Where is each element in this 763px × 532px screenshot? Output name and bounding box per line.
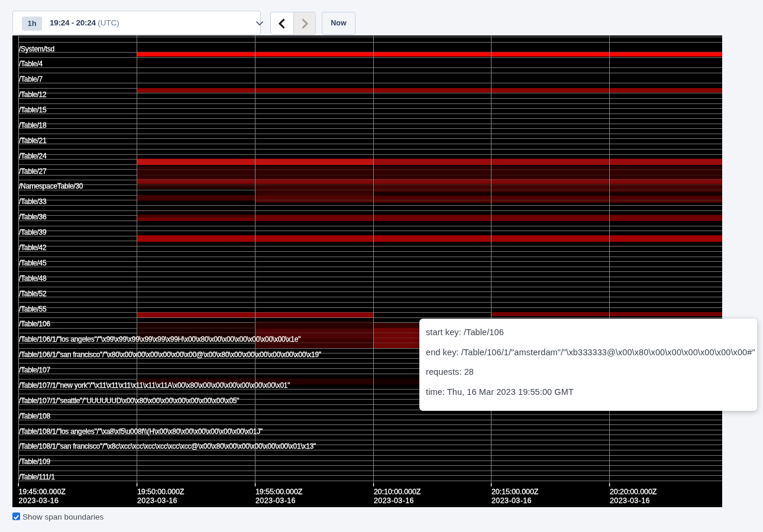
svg-text:/Table/7: /Table/7 xyxy=(19,75,43,83)
svg-text:/Table/106: /Table/106 xyxy=(19,320,50,328)
svg-text:20:20:00.000Z: 20:20:00.000Z xyxy=(610,488,657,496)
svg-text:/Table/45: /Table/45 xyxy=(19,259,47,267)
svg-text:/Table/36: /Table/36 xyxy=(19,213,47,221)
svg-text:/Table/108/1/"los angeles"/"\x: /Table/108/1/"los angeles"/"\xa8\xf5\u00… xyxy=(19,427,263,436)
svg-text:/Table/27: /Table/27 xyxy=(19,167,47,176)
svg-text:/Table/108/1/"san francisco"/": /Table/108/1/"san francisco"/"\x8c\xcc\x… xyxy=(19,442,316,450)
svg-text:/Table/12: /Table/12 xyxy=(19,90,47,99)
svg-text:/Table/111/1: /Table/111/1 xyxy=(19,473,55,481)
svg-text:/Table/55: /Table/55 xyxy=(19,305,47,313)
svg-text:/Table/4: /Table/4 xyxy=(19,60,43,68)
svg-text:2023-03-16: 2023-03-16 xyxy=(19,497,59,505)
svg-text:2023-03-16: 2023-03-16 xyxy=(492,497,532,505)
svg-text:19:55:00.000Z: 19:55:00.000Z xyxy=(256,488,303,496)
svg-text:/Table/107/1/"seattle"/"UUUUUU: /Table/107/1/"seattle"/"UUUUUUD\x00\x80\… xyxy=(19,397,239,405)
svg-text:/NamespaceTable/30: /NamespaceTable/30 xyxy=(19,182,83,190)
svg-text:2023-03-16: 2023-03-16 xyxy=(137,497,177,505)
svg-text:/Table/24: /Table/24 xyxy=(19,152,47,160)
svg-text:2023-03-16: 2023-03-16 xyxy=(374,497,414,505)
svg-text:2023-03-16: 2023-03-16 xyxy=(610,497,650,505)
svg-text:/Table/21: /Table/21 xyxy=(19,137,47,145)
svg-text:20:15:00.000Z: 20:15:00.000Z xyxy=(492,488,539,496)
svg-text:/Table/48: /Table/48 xyxy=(19,274,47,283)
svg-text:2023-03-16: 2023-03-16 xyxy=(256,497,296,505)
svg-text:/Table/107/1/"new york"/"\x11\: /Table/107/1/"new york"/"\x11\x11\x11\x1… xyxy=(19,381,290,390)
svg-text:/Table/106/1/"san francisco"/": /Table/106/1/"san francisco"/"\x80\x00\x… xyxy=(19,351,321,359)
svg-text:/Table/15: /Table/15 xyxy=(19,106,47,114)
svg-text:/Table/42: /Table/42 xyxy=(19,244,47,252)
svg-text:/Table/33: /Table/33 xyxy=(19,197,47,206)
svg-text:20:10:00.000Z: 20:10:00.000Z xyxy=(374,488,421,496)
svg-text:/Table/39: /Table/39 xyxy=(19,228,47,236)
svg-text:/Table/107: /Table/107 xyxy=(19,366,50,374)
svg-text:/Table/109: /Table/109 xyxy=(19,458,50,466)
svg-text:/Table/108: /Table/108 xyxy=(19,412,50,420)
svg-text:19:50:00.000Z: 19:50:00.000Z xyxy=(137,488,185,496)
svg-text:/Table/18: /Table/18 xyxy=(19,121,47,129)
svg-text:/Table/106/1/"los angeles"/"\x: /Table/106/1/"los angeles"/"\x99\x99\x99… xyxy=(19,335,300,343)
svg-text:/System/tsd: /System/tsd xyxy=(19,45,54,53)
svg-text:19:45:00.000Z: 19:45:00.000Z xyxy=(19,488,66,496)
svg-text:/Table/52: /Table/52 xyxy=(19,290,47,298)
